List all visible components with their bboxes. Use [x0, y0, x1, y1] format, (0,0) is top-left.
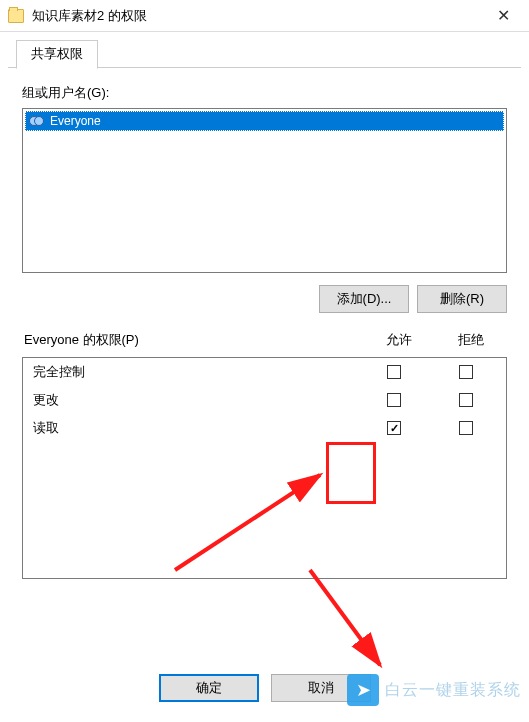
- deny-checkbox[interactable]: [459, 365, 473, 379]
- permission-name: 更改: [33, 391, 358, 409]
- watermark: ➤ 白云一键重装系统: [347, 674, 521, 706]
- content: 组或用户名(G): Everyone 添加(D)... 删除(R) Everyo…: [0, 68, 529, 579]
- allow-checkbox[interactable]: [387, 421, 401, 435]
- ok-button[interactable]: 确定: [159, 674, 259, 702]
- users-icon: [29, 115, 45, 127]
- deny-header: 拒绝: [435, 331, 507, 349]
- svg-line-1: [310, 570, 380, 665]
- allow-header: 允许: [363, 331, 435, 349]
- watermark-text: 白云一键重装系统: [385, 680, 521, 701]
- folder-icon: [8, 9, 24, 23]
- remove-button[interactable]: 删除(R): [417, 285, 507, 313]
- groups-label: 组或用户名(G):: [22, 84, 507, 102]
- list-item[interactable]: Everyone: [25, 111, 504, 131]
- permissions-table: 完全控制更改读取: [22, 357, 507, 579]
- permission-name: 完全控制: [33, 363, 358, 381]
- allow-checkbox[interactable]: [387, 393, 401, 407]
- window-title: 知识库素材2 的权限: [32, 7, 481, 25]
- permission-row: 完全控制: [23, 358, 506, 386]
- permission-row: 读取: [23, 414, 506, 442]
- watermark-icon: ➤: [347, 674, 379, 706]
- permission-row: 更改: [23, 386, 506, 414]
- permission-name: 读取: [33, 419, 358, 437]
- deny-checkbox[interactable]: [459, 393, 473, 407]
- deny-checkbox[interactable]: [459, 421, 473, 435]
- list-buttons: 添加(D)... 删除(R): [22, 285, 507, 313]
- tab-share-permissions[interactable]: 共享权限: [16, 40, 98, 69]
- allow-checkbox[interactable]: [387, 365, 401, 379]
- permissions-header: Everyone 的权限(P) 允许 拒绝: [22, 331, 507, 357]
- add-button[interactable]: 添加(D)...: [319, 285, 409, 313]
- permissions-for-label: Everyone 的权限(P): [24, 331, 363, 349]
- users-listbox[interactable]: Everyone: [22, 108, 507, 273]
- close-button[interactable]: ✕: [481, 1, 525, 31]
- titlebar: 知识库素材2 的权限 ✕: [0, 0, 529, 32]
- tab-row: 共享权限: [8, 40, 521, 68]
- list-item-label: Everyone: [50, 114, 101, 128]
